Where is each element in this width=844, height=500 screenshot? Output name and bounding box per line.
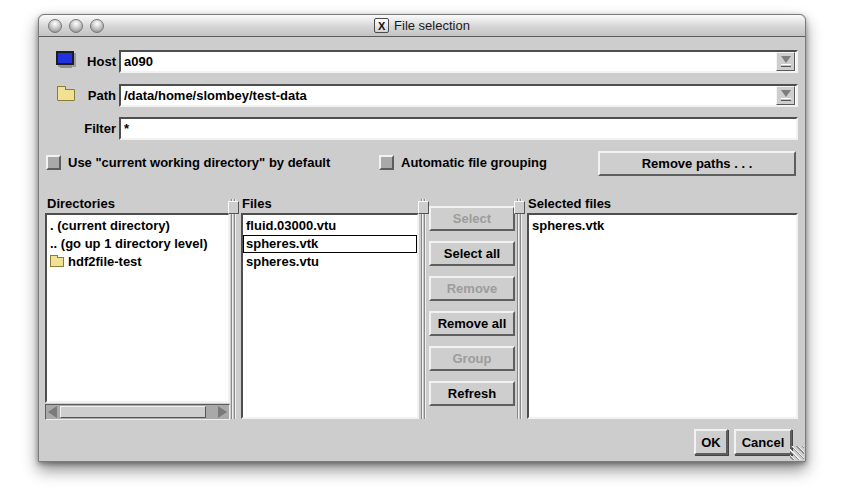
- splitter-sash-handle[interactable]: [418, 201, 429, 214]
- cancel-button[interactable]: Cancel: [734, 429, 792, 455]
- chevron-down-icon: [781, 56, 791, 63]
- auto-grouping-label: Automatic file grouping: [401, 155, 547, 170]
- dropdown-bar-icon: [781, 64, 791, 67]
- list-item[interactable]: .. (go up 1 directory level): [47, 235, 228, 253]
- path-dropdown-button[interactable]: [776, 86, 795, 105]
- dropdown-bar-icon: [781, 98, 791, 101]
- ok-button[interactable]: OK: [694, 429, 728, 455]
- use-cwd-checkbox[interactable]: [46, 155, 61, 170]
- list-item[interactable]: fluid.03000.vtu: [243, 217, 417, 235]
- splitter-sash-handle[interactable]: [514, 201, 525, 214]
- folder-icon: [50, 257, 64, 267]
- list-item[interactable]: spheres.vtu: [243, 253, 417, 271]
- list-item[interactable]: hdf2file-test: [47, 253, 228, 271]
- path-label: Path: [46, 88, 116, 103]
- directories-label: Directories: [47, 196, 115, 211]
- remove-all-button[interactable]: Remove all: [429, 311, 515, 336]
- close-button[interactable]: [48, 19, 62, 33]
- select-button: Select: [429, 206, 515, 231]
- minimize-button[interactable]: [69, 19, 83, 33]
- window-title: File selection: [394, 18, 470, 33]
- file-selection-window: X File selection Host Path Filter Use "c…: [38, 14, 806, 462]
- scrollbar-thumb[interactable]: [60, 406, 206, 418]
- refresh-button[interactable]: Refresh: [429, 381, 515, 406]
- host-dropdown-button[interactable]: [776, 52, 795, 71]
- auto-grouping-checkbox[interactable]: [379, 155, 394, 170]
- window-controls: [48, 19, 104, 33]
- chevron-down-icon: [781, 90, 791, 97]
- group-button: Group: [429, 346, 515, 371]
- x11-icon: X: [374, 18, 389, 33]
- filter-input[interactable]: [119, 117, 798, 140]
- desktop: X File selection Host Path Filter Use "c…: [0, 0, 844, 500]
- selected-files-list: spheres.vtk: [527, 213, 798, 419]
- files-label: Files: [242, 196, 272, 211]
- resize-grip-icon[interactable]: [790, 446, 804, 460]
- use-cwd-label: Use "current working directory" by defau…: [68, 155, 330, 170]
- host-input[interactable]: [119, 50, 798, 73]
- directories-horizontal-scrollbar[interactable]: [45, 404, 230, 420]
- directories-list: . (current directory) .. (go up 1 direct…: [45, 213, 230, 403]
- selected-files-label: Selected files: [528, 196, 611, 211]
- select-all-button[interactable]: Select all: [429, 241, 515, 266]
- pane-splitter: [231, 199, 236, 419]
- pane-splitter: [421, 199, 426, 419]
- files-list: fluid.03000.vtu spheres.vtk spheres.vtu: [241, 213, 419, 419]
- host-label: Host: [46, 54, 116, 69]
- path-input[interactable]: [119, 84, 798, 107]
- remove-button: Remove: [429, 276, 515, 301]
- scroll-left-icon[interactable]: [48, 406, 57, 418]
- pane-splitter: [517, 199, 522, 419]
- zoom-button[interactable]: [90, 19, 104, 33]
- title-group: X File selection: [374, 18, 470, 33]
- splitter-sash-handle[interactable]: [228, 201, 239, 214]
- list-item-selected[interactable]: spheres.vtk: [243, 235, 417, 253]
- list-item[interactable]: spheres.vtk: [529, 217, 796, 235]
- filter-label: Filter: [46, 121, 116, 136]
- list-item[interactable]: . (current directory): [47, 217, 228, 235]
- scroll-right-icon[interactable]: [218, 406, 227, 418]
- title-bar[interactable]: X File selection: [39, 15, 805, 37]
- remove-paths-button[interactable]: Remove paths . . .: [598, 151, 796, 176]
